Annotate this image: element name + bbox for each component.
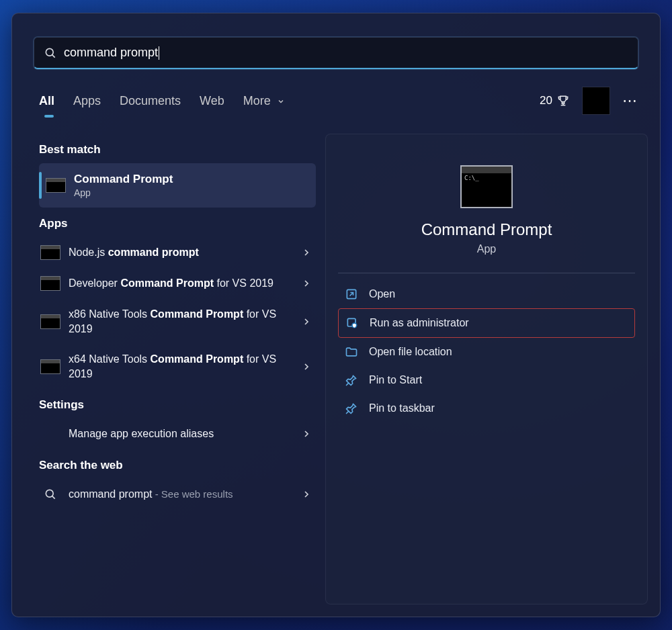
best-match-title: Command Prompt	[74, 173, 173, 186]
folder-icon	[345, 345, 358, 359]
tab-documents[interactable]: Documents	[120, 94, 181, 108]
section-search-web: Search the web	[39, 459, 316, 472]
pin-icon	[345, 402, 358, 415]
preview-panel: Command Prompt App Open Run as administr…	[325, 134, 648, 604]
user-avatar[interactable]	[582, 87, 610, 115]
tab-apps[interactable]: Apps	[73, 94, 101, 108]
start-search-window: command prompt All Apps Documents Web Mo…	[11, 13, 661, 617]
preview-title: Command Prompt	[338, 220, 635, 239]
action-open[interactable]: Open	[338, 280, 635, 308]
app-result[interactable]: Developer Command Prompt for VS 2019	[39, 268, 316, 299]
results-panel: Best match Command Prompt App Apps Node.…	[39, 134, 316, 604]
cmd-large-icon	[460, 165, 513, 208]
action-pin-start-label: Pin to Start	[369, 374, 422, 386]
cmd-icon	[40, 314, 60, 329]
chevron-right-icon	[301, 316, 312, 327]
app-result[interactable]: x86 Native Tools Command Prompt for VS 2…	[39, 299, 316, 344]
svg-point-2	[46, 490, 53, 497]
tab-web[interactable]: Web	[200, 94, 224, 108]
rewards-points[interactable]: 20	[540, 94, 570, 107]
action-pin-to-taskbar[interactable]: Pin to taskbar	[338, 394, 635, 422]
search-icon	[40, 488, 60, 501]
chevron-down-icon	[277, 97, 285, 105]
cmd-icon	[46, 178, 66, 193]
trophy-icon	[556, 94, 570, 107]
cmd-icon	[40, 359, 60, 374]
settings-result-label: Manage app execution aliases	[69, 426, 301, 441]
settings-result[interactable]: Manage app execution aliases	[39, 418, 316, 449]
chevron-right-icon	[301, 247, 312, 258]
app-result-label: Developer Command Prompt for VS 2019	[69, 276, 301, 291]
chevron-right-icon	[301, 489, 312, 500]
open-icon	[345, 287, 358, 301]
cmd-icon	[40, 276, 60, 291]
tab-more-label: More	[243, 94, 271, 107]
section-apps: Apps	[39, 217, 316, 230]
action-pin-to-start[interactable]: Pin to Start	[338, 366, 635, 394]
chevron-right-icon	[301, 278, 312, 289]
section-best-match: Best match	[39, 143, 316, 156]
points-value: 20	[540, 94, 552, 107]
app-result-label: Node.js command prompt	[69, 245, 301, 260]
text-cursor	[159, 46, 159, 60]
web-result[interactable]: command prompt - See web results	[39, 479, 316, 510]
pin-icon	[345, 373, 358, 387]
action-open-label: Open	[369, 288, 395, 300]
svg-line-3	[52, 496, 55, 498]
tab-more[interactable]: More	[243, 94, 285, 108]
shield-admin-icon	[345, 316, 359, 330]
overflow-menu-icon[interactable]: ⋯	[622, 92, 638, 109]
tab-all[interactable]: All	[39, 94, 54, 108]
action-open-file-location[interactable]: Open file location	[338, 338, 635, 366]
app-result-label: x86 Native Tools Command Prompt for VS 2…	[69, 307, 301, 336]
chevron-right-icon	[301, 361, 312, 372]
svg-line-1	[52, 54, 55, 57]
cmd-icon	[40, 245, 60, 260]
action-open-location-label: Open file location	[369, 346, 452, 358]
search-input[interactable]: command prompt	[34, 37, 638, 69]
app-result-label: x64 Native Tools Command Prompt for VS 2…	[69, 352, 301, 381]
action-run-administrator[interactable]: Run as administrator	[338, 308, 635, 338]
app-result[interactable]: x64 Native Tools Command Prompt for VS 2…	[39, 344, 316, 389]
app-result[interactable]: Node.js command prompt	[39, 237, 316, 268]
preview-subtitle: App	[338, 243, 635, 255]
best-match-result[interactable]: Command Prompt App	[39, 163, 316, 208]
action-pin-taskbar-label: Pin to taskbar	[369, 402, 435, 414]
chevron-right-icon	[301, 429, 312, 439]
search-query-text: command prompt	[64, 46, 158, 60]
section-settings: Settings	[39, 398, 316, 412]
divider	[338, 273, 635, 273]
web-result-label: command prompt - See web results	[69, 487, 301, 502]
search-icon	[44, 46, 57, 60]
filter-tabs: All Apps Documents Web More 20 ⋯	[39, 87, 638, 115]
best-match-subtitle: App	[74, 187, 173, 198]
svg-point-0	[46, 48, 53, 56]
action-run-admin-label: Run as administrator	[370, 317, 469, 329]
